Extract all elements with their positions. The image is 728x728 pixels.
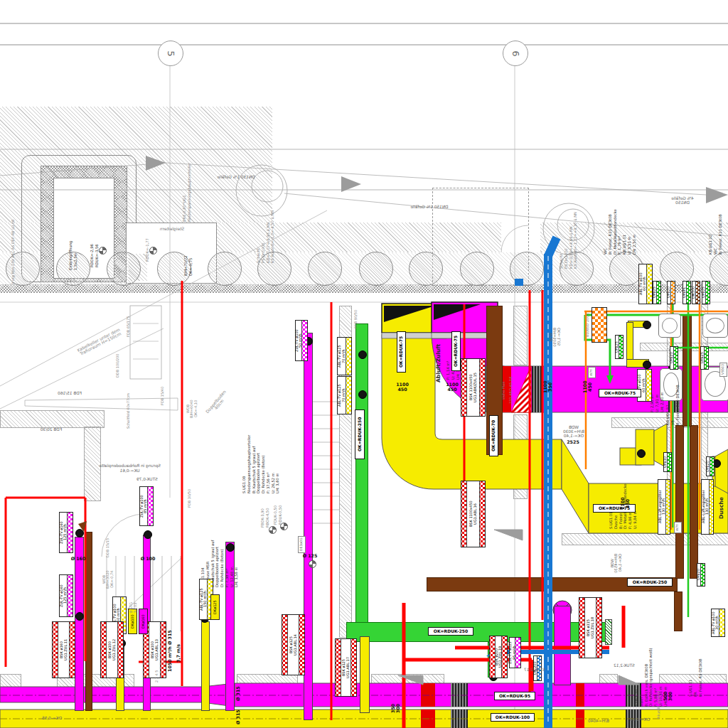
- stamps-layer: ABL-TV ø125 70 m³/hABL-TV ø125 70 m³/hAB…: [0, 0, 728, 728]
- slope-label: 4% Gefälle DN150: [667, 193, 698, 208]
- pipe-dim: Ø 100: [138, 556, 158, 562]
- supply-valve-label: ZUL-TV ø160 125 m³/h: [59, 574, 73, 617]
- pipe-dim: Ø 125: [300, 553, 320, 560]
- fire-damper-label: BSK ø315 UG1.ZUL.18: [579, 597, 602, 658]
- beam-label: FDB 30/50: [186, 483, 193, 513]
- duct-dim: 500 300: [663, 685, 674, 707]
- duct-level-label: OK=RDUK-250: [428, 627, 473, 636]
- conduit-label: UPa25: [653, 281, 661, 304]
- conduit-label: UPa20: [697, 563, 705, 587]
- supply-valve-label: ZUL-TV ø100 50 m³/h: [295, 320, 308, 361]
- dim: B/H=4040: [586, 718, 611, 724]
- level-label: OK=-0,95: [39, 715, 65, 722]
- floor-box-label: BD/BSD 2001: [584, 307, 591, 343]
- pipe-label: DN100: [692, 281, 700, 304]
- tag: VS503: [719, 363, 727, 377]
- level-label: STUK-2,17: [522, 667, 547, 673]
- pipe-dim: Ø 315: [235, 707, 242, 728]
- fire-damper-label: BSK ø160 UG1.ZUL.11: [52, 621, 75, 678]
- fire-damper-label: BSK ø200 UG1.ZUL.19: [489, 636, 508, 678]
- conduit-label: UPa20: [706, 456, 714, 476]
- conduit-label: UPa30: [663, 452, 672, 472]
- level-label: STUK-0,79: [134, 476, 161, 483]
- beam-label: DDB 100/200: [114, 346, 122, 385]
- floor-note: Doppelboden 40cm: [201, 385, 234, 420]
- duct-level-label: OK=RDUK-75: [599, 389, 641, 397]
- duct-level-label: OK=RDUK-250: [627, 578, 673, 587]
- fire-damper-label: BSK ø100 UG1.ZUL.12: [100, 621, 124, 678]
- wall-opening-label: WDB B/H=6040 OK=-4,10: [183, 393, 200, 424]
- duct-dim: 350 300: [391, 697, 401, 719]
- slope-label: DN150 1% Gefälle: [213, 171, 259, 183]
- conduit-label: UPa20: [670, 346, 678, 370]
- supply-valve-label: ZUL-TV ø125 95 m³/h: [509, 637, 521, 668]
- conduit-label: UPa20: [667, 281, 675, 304]
- pipe-dim: Ø 315: [235, 682, 242, 705]
- margin-note: 9 etg Rbn 239 ARC AS DEP RB LU 08: [10, 218, 16, 286]
- stair-label: 8 STG 16,03: [128, 593, 139, 623]
- flow-label: 1050 m³/h Ø 315: [166, 624, 174, 678]
- ref-note: siehe Plan: [500, 375, 507, 405]
- floor-box: [592, 307, 607, 343]
- exhaust-grille-label: ABL-Lüftungsgitter 130 m³/h: [658, 479, 670, 535]
- exhaust-valve-label: ABL-TV ø100 30 m³/h: [711, 609, 725, 637]
- duct-dim: 1100 450: [619, 491, 632, 516]
- fire-damper-label: BSK 1100x450 UG1.ABL.16: [461, 481, 486, 547]
- cabinet-label: Schaltfeld 60x77cm: [124, 387, 132, 434]
- duct-dim: 1100 350: [542, 374, 555, 400]
- duct-dim: 1100 450: [392, 381, 412, 394]
- beam-label: DDB 15/15: [105, 536, 112, 559]
- wall-opening-label: WDB B/H=3020 OK=-0,74: [100, 565, 116, 594]
- tag: DE3a0G: [298, 536, 306, 553]
- tag: W7f: [588, 367, 596, 378]
- wall-opening-label: WDB B/H=4530 OK=-1,40: [607, 550, 626, 576]
- exhaust-valve-label: ABL-TV ø100 60 m³/h: [638, 264, 653, 304]
- exhaust-grille-label: ABL-Lüftungsgitter 130 m³/h: [701, 479, 714, 535]
- note: Sprung in Rohbaubodenplatte UK=-0,61: [92, 465, 167, 471]
- conduit-label: UPa25: [700, 346, 709, 370]
- fire-damper-label: BSK ø125 UG1.ABL.17: [335, 638, 357, 697]
- slope-label: DN150 1% Gefälle: [407, 200, 452, 213]
- fire-damper-label: BSK ø125 UG1.ABL.14: [282, 614, 305, 675]
- tag: W7f: [674, 522, 682, 533]
- ref-note: 233 ARO AS DE: [508, 373, 514, 408]
- supply-valve-label: ZUL-TV ø160 125 m³/h: [59, 512, 73, 553]
- beam-label: FDB 20/30: [37, 426, 65, 433]
- duct-level-label: OK=RDUK-75: [451, 331, 461, 371]
- duct-level-label: OK=RDUK-75: [397, 331, 406, 373]
- wall-opening-label: WDB B/H=5050 OK=-1,05: [546, 324, 564, 350]
- flow-label: 3,7 m/s: [175, 638, 182, 668]
- duct-level-label: OK=RDUK-250: [355, 410, 365, 459]
- conduit-label: UPaPL: [682, 281, 691, 304]
- duct-dim: 1100 450: [442, 381, 462, 394]
- duct-level-label: OK=RDUK-70: [489, 415, 498, 456]
- duct-level-label: OK=RDUK-95: [494, 692, 535, 700]
- beam-label: FDB 90/50: [353, 309, 360, 330]
- beam-label: FDB 15/160: [54, 390, 85, 397]
- ceiling-note: Akustik, gelocht: [655, 682, 662, 727]
- wall-opening-label: WDB B/H=3030 OK=-1,40: [562, 422, 586, 441]
- damper-label: DKø125: [210, 594, 220, 620]
- damper-label: DKø160: [139, 609, 148, 634]
- stair-numbers: 2 3 4 5: [154, 651, 160, 701]
- fire-damper-label: BSK 1100x450 UG1.ABK/ZUL.15: [461, 358, 486, 417]
- conduit-label: UPa25: [702, 281, 710, 304]
- hvac-floor-plan: 5 6 Einbringöffnung 1,5x2,3m RDOK=-2,96 …: [0, 0, 728, 728]
- beam-label: FDB 15/40: [159, 380, 166, 412]
- level-label: STUK-2,12: [611, 663, 637, 669]
- exhaust-valve-label: ABL-TV ø125 70 m³/h: [337, 337, 352, 375]
- level-label: OK=-1,00: [627, 717, 653, 723]
- exhaust-valve-label: ABL-TV ø125 70 m³/h: [337, 376, 352, 414]
- pipe-dim: Ø 160: [68, 556, 88, 562]
- conduit-label: UPa25: [615, 335, 623, 359]
- supply-valve-label: ZUL-TV ø100 85 m³/h: [139, 486, 154, 526]
- duct-level-label: OK=RDUK-100: [491, 713, 535, 722]
